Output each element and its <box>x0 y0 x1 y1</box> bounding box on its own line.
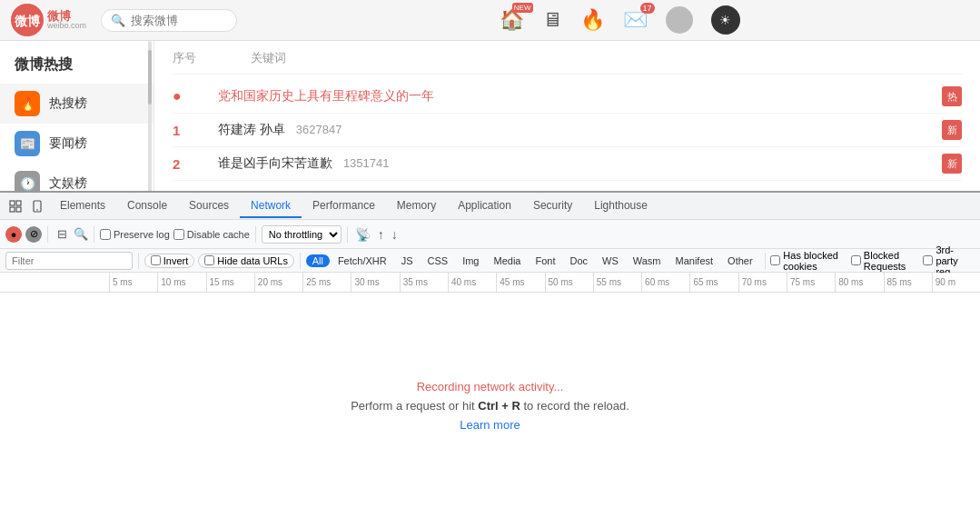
disable-cache-label[interactable]: Disable cache <box>173 229 250 240</box>
type-ws[interactable]: WS <box>596 254 625 267</box>
download-icon[interactable]: ↓ <box>390 227 400 242</box>
separator <box>300 253 301 269</box>
filter-icon[interactable]: ⊟ <box>54 226 70 243</box>
ruler-mark: 10 ms <box>157 273 205 293</box>
stop-button[interactable]: ⊘ <box>25 226 42 243</box>
hint-text: Perform a request or hit Ctrl + R to rec… <box>351 399 629 413</box>
separator <box>347 226 348 243</box>
nav-home[interactable]: 🏠 NEW <box>500 8 524 32</box>
table-header: 序号 关键词 <box>173 50 962 75</box>
ruler-mark: 40 ms <box>448 273 496 293</box>
weibo-logo: 微博 <box>11 4 44 36</box>
ruler-mark: 70 ms <box>738 273 787 293</box>
rank-number: 2 <box>173 156 218 172</box>
tab-application[interactable]: Application <box>447 194 522 218</box>
tab-sources[interactable]: Sources <box>178 194 240 218</box>
tab-security[interactable]: Security <box>522 194 583 218</box>
filter-input[interactable] <box>5 252 133 270</box>
hide-data-urls-check[interactable] <box>204 255 214 265</box>
disable-cache-checkbox[interactable] <box>173 229 184 240</box>
type-font[interactable]: Font <box>529 254 561 267</box>
offline-icon[interactable]: 📡 <box>353 227 372 242</box>
preserve-log-label[interactable]: Preserve log <box>100 229 170 240</box>
ruler-mark: 50 ms <box>545 273 593 293</box>
type-img[interactable]: Img <box>456 254 485 267</box>
keyword-cell: 党和国家历史上具有里程碑意义的一年 <box>218 88 935 105</box>
device-toolbar-icon[interactable] <box>27 196 47 216</box>
svg-rect-3 <box>16 201 21 205</box>
third-party-check[interactable] <box>923 255 933 265</box>
blocked-cookies-checkbox[interactable]: Has blocked cookies <box>770 250 847 272</box>
nav-mail[interactable]: ✉️ 17 <box>623 8 648 32</box>
devtools-panel: Elements Console Sources Network Perform… <box>0 191 980 518</box>
ruler-mark: 5 ms <box>109 273 157 293</box>
hide-data-urls-checkbox[interactable]: Hide data URLs <box>198 254 294 268</box>
sidebar-item-news[interactable]: 📰 要闻榜 <box>0 124 153 164</box>
keyword-text-span: 谁是凶手向宋苦道歉 <box>218 155 332 170</box>
ruler-mark: 35 ms <box>400 273 448 293</box>
record-button[interactable]: ● <box>5 226 22 243</box>
nav-video[interactable]: 🖥 <box>542 8 562 32</box>
ruler-mark: 85 ms <box>884 273 932 293</box>
ruler-marks: 5 ms 10 ms 15 ms 20 ms 25 ms 30 ms 35 ms… <box>109 273 980 293</box>
browser-bar: 微博 微博 weibo.com 🔍 🏠 NEW 🖥 🔥 ✉️ 17 ☀ <box>0 0 980 41</box>
sidebar-item-hot[interactable]: 🔥 热搜榜 <box>0 84 153 124</box>
ruler-mark: 45 ms <box>496 273 544 293</box>
tab-elements[interactable]: Elements <box>49 194 116 218</box>
news-icon: 📰 <box>15 131 40 156</box>
invert-checkbox[interactable]: Invert <box>144 254 195 268</box>
hide-data-urls-label: Hide data URLs <box>217 255 288 266</box>
tab-console[interactable]: Console <box>116 194 178 218</box>
inspect-icon[interactable] <box>5 196 25 216</box>
svg-rect-4 <box>10 207 15 212</box>
tab-performance[interactable]: Performance <box>302 194 386 218</box>
invert-check[interactable] <box>151 255 161 265</box>
sidebar-item-label-hot: 热搜榜 <box>49 95 87 112</box>
sidebar-title: 微博热搜 <box>0 50 153 84</box>
type-wasm[interactable]: Wasm <box>627 254 668 267</box>
tab-memory[interactable]: Memory <box>386 194 447 218</box>
type-js[interactable]: JS <box>395 254 420 267</box>
new-tag: 新 <box>942 120 962 140</box>
search-input[interactable] <box>131 14 231 27</box>
mail-badge: 17 <box>640 3 655 14</box>
ruler-mark: 15 ms <box>206 273 254 293</box>
upload-icon[interactable]: ↑ <box>376 227 386 242</box>
search-network-icon[interactable]: 🔍 <box>74 227 88 241</box>
dark-mode-toggle[interactable]: ☀ <box>711 5 740 35</box>
keyword-link[interactable]: 党和国家历史上具有里程碑意义的一年 <box>218 88 434 103</box>
blocked-requests-check[interactable] <box>851 255 861 265</box>
header-keyword: 关键词 <box>251 50 286 66</box>
recording-text: Recording network activity... <box>417 380 564 393</box>
type-fetch-xhr[interactable]: Fetch/XHR <box>332 254 393 267</box>
search-icon: 🔍 <box>111 14 125 27</box>
header-rank: 序号 <box>173 50 196 66</box>
keyword-cell: 谁是凶手向宋苦道歉 1351741 <box>218 155 935 172</box>
blocked-cookies-check[interactable] <box>770 255 780 265</box>
keyword-count: 1351741 <box>343 156 390 170</box>
user-avatar[interactable] <box>666 6 693 34</box>
type-other[interactable]: Other <box>721 254 759 267</box>
preserve-log-checkbox[interactable] <box>100 229 111 240</box>
keyword-count: 3627847 <box>296 123 342 136</box>
nav-icons: 🏠 NEW 🖥 🔥 ✉️ 17 ☀ <box>270 5 969 35</box>
type-doc[interactable]: Doc <box>563 254 594 267</box>
type-css[interactable]: CSS <box>421 254 455 267</box>
type-all[interactable]: All <box>306 254 330 267</box>
hot-icon: 🔥 <box>15 91 40 116</box>
tab-network[interactable]: Network <box>240 194 302 218</box>
logo-sub: weibo.com <box>47 22 86 30</box>
tab-lighthouse[interactable]: Lighthouse <box>583 194 658 218</box>
nav-fire[interactable]: 🔥 <box>580 8 605 32</box>
ruler-mark: 30 ms <box>351 273 399 293</box>
filter-bar: Invert Hide data URLs All Fetch/XHR JS C… <box>0 249 980 273</box>
type-manifest[interactable]: Manifest <box>669 254 720 267</box>
ruler-mark: 75 ms <box>787 273 835 293</box>
svg-rect-5 <box>16 207 21 212</box>
blocked-requests-checkbox[interactable]: Blocked Requests <box>851 250 920 272</box>
search-bar[interactable]: 🔍 <box>101 9 237 32</box>
throttling-select[interactable]: No throttling <box>262 225 342 244</box>
learn-more-link[interactable]: Learn more <box>460 418 520 432</box>
network-toolbar: ● ⊘ ⊟ 🔍 Preserve log Disable cache No th… <box>0 220 980 249</box>
type-media[interactable]: Media <box>487 254 527 267</box>
